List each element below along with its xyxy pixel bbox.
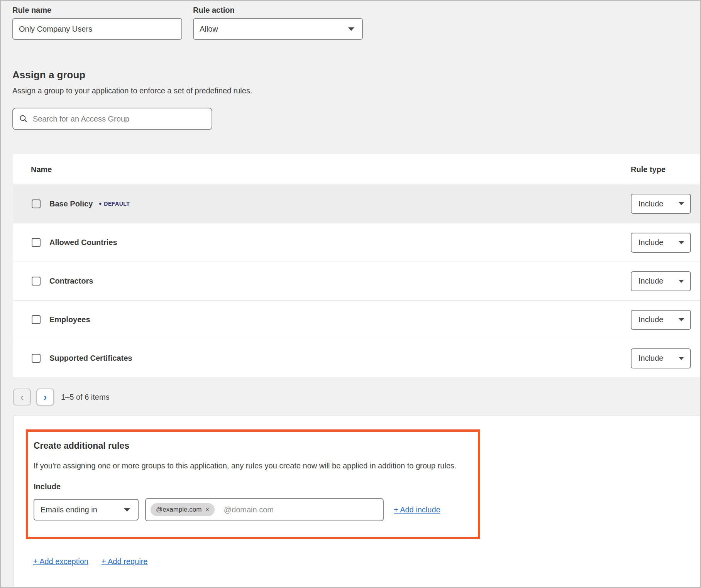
group-name: Allowed Countries xyxy=(49,238,117,247)
rule-name-field: Rule name xyxy=(12,6,182,40)
rule-type-value: Include xyxy=(638,238,664,247)
condition-select[interactable]: Emails ending in xyxy=(34,499,139,520)
rule-action-value: Allow xyxy=(200,25,218,34)
rule-name-label: Rule name xyxy=(12,6,182,15)
default-badge-label: DEFAULT xyxy=(104,201,130,207)
rule-type-value: Include xyxy=(638,354,664,363)
rule-type-value: Include xyxy=(638,277,664,286)
condition-value: Emails ending in xyxy=(41,505,97,514)
bullet-icon: • xyxy=(99,200,102,208)
rule-action-select[interactable]: Allow xyxy=(193,18,363,40)
search-icon xyxy=(19,115,28,123)
chevron-down-icon xyxy=(348,27,354,31)
rule-type-select[interactable]: Include xyxy=(631,310,691,330)
chevron-down-icon xyxy=(124,508,130,512)
group-name: Contractors xyxy=(49,277,93,286)
default-badge: • DEFAULT xyxy=(99,200,130,208)
chevron-down-icon xyxy=(679,202,684,205)
access-group-search xyxy=(12,108,212,130)
previous-page-button[interactable]: ‹ xyxy=(13,389,31,406)
assign-group-section: Assign a group Assign a group to your ap… xyxy=(12,69,252,130)
access-group-table: Name Rule type Base Policy • DEFAULT Inc… xyxy=(13,154,700,377)
row-checkbox[interactable] xyxy=(32,354,41,363)
rule-type-value: Include xyxy=(638,199,664,208)
add-include-link[interactable]: + Add include xyxy=(394,505,440,514)
rule-type-value: Include xyxy=(638,315,664,324)
chevron-right-icon: › xyxy=(44,392,47,402)
rule-action-label: Rule action xyxy=(193,6,363,15)
additional-rules-description: If you're assigning one or more groups t… xyxy=(34,461,478,470)
rule-type-select[interactable]: Include xyxy=(631,348,691,368)
assign-group-heading: Assign a group xyxy=(12,69,252,81)
tag-label: @example.com xyxy=(156,506,201,514)
email-domain-tag: @example.com × xyxy=(151,503,215,516)
column-header-name: Name xyxy=(13,165,52,174)
chevron-down-icon xyxy=(679,280,684,283)
row-checkbox[interactable] xyxy=(32,315,41,324)
rule-action-field: Rule action Allow xyxy=(193,6,363,40)
chevron-left-icon: ‹ xyxy=(20,392,24,402)
email-domain-input[interactable] xyxy=(224,505,378,514)
rule-name-input[interactable] xyxy=(12,18,182,40)
table-row: Allowed Countries Include xyxy=(13,223,700,262)
assign-group-description: Assign a group to your application to en… xyxy=(12,86,252,95)
column-header-rule-type: Rule type xyxy=(631,165,665,174)
table-header: Name Rule type xyxy=(13,154,700,184)
rule-editor-page: Rule name Rule action Allow Assign a gro… xyxy=(0,0,701,588)
rule-type-select[interactable]: Include xyxy=(631,233,691,253)
additional-rules-heading: Create additional rules xyxy=(34,441,478,451)
remove-tag-icon[interactable]: × xyxy=(205,507,209,513)
include-label: Include xyxy=(34,482,478,491)
row-checkbox[interactable] xyxy=(32,277,41,286)
add-exception-link[interactable]: + Add exception xyxy=(33,557,88,566)
pagination: ‹ › 1–5 of 6 items xyxy=(13,389,110,406)
email-domain-tag-input: @example.com × xyxy=(145,498,384,521)
additional-rules-card: Create additional rules If you're assign… xyxy=(14,415,700,587)
table-row: Contractors Include xyxy=(13,262,700,300)
table-row: Employees Include xyxy=(13,300,700,339)
highlight-outline: Create additional rules If you're assign… xyxy=(26,429,480,539)
group-name: Supported Certificates xyxy=(49,354,132,363)
rule-form: Rule name Rule action Allow xyxy=(12,6,363,40)
row-checkbox[interactable] xyxy=(32,199,41,208)
chevron-down-icon xyxy=(679,318,684,321)
row-checkbox[interactable] xyxy=(32,238,41,247)
group-name: Employees xyxy=(49,315,90,324)
rule-type-select[interactable]: Include xyxy=(631,194,691,214)
rule-links: + Add exception + Add require xyxy=(33,557,147,566)
pagination-status: 1–5 of 6 items xyxy=(61,393,110,402)
rule-type-select[interactable]: Include xyxy=(631,271,691,291)
add-require-link[interactable]: + Add require xyxy=(102,557,148,566)
table-row: Base Policy • DEFAULT Include xyxy=(13,184,700,223)
group-name: Base Policy xyxy=(49,199,93,208)
search-input[interactable] xyxy=(33,115,208,123)
include-rule-controls: Emails ending in @example.com × + Add in… xyxy=(34,498,478,521)
table-row: Supported Certificates Include xyxy=(13,339,700,377)
chevron-down-icon xyxy=(679,357,684,360)
chevron-down-icon xyxy=(679,241,684,244)
next-page-button[interactable]: › xyxy=(36,389,54,406)
